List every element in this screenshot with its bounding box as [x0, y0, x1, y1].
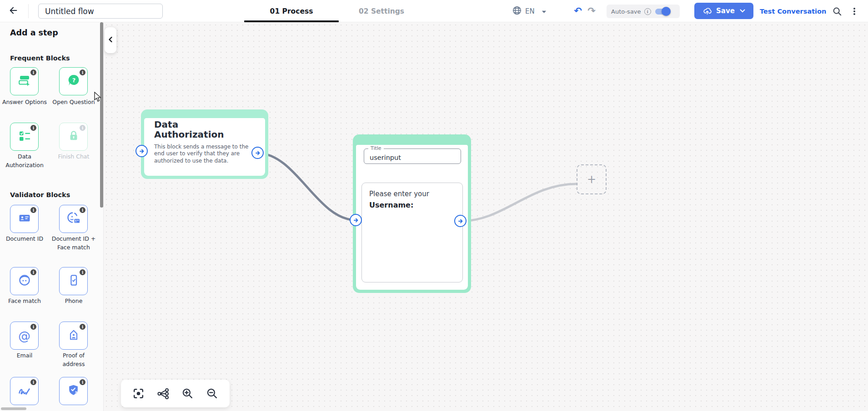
- tab-process-label: 01 Process: [270, 7, 313, 15]
- block-label: Document ID: [2, 235, 47, 243]
- message-textarea[interactable]: Please enter your Username:: [361, 183, 463, 282]
- flow-edges: [104, 22, 868, 411]
- info-badge[interactable]: i: [80, 207, 85, 213]
- port-da-input[interactable]: [135, 145, 148, 157]
- autosave-label: Auto-save: [611, 8, 641, 15]
- block-answer-options[interactable]: i: [10, 67, 39, 95]
- answer-options-icon: [18, 74, 31, 89]
- tab-process[interactable]: 01 Process: [244, 0, 339, 22]
- block-phone[interactable]: i: [59, 267, 88, 295]
- edge-light: [461, 184, 577, 221]
- info-icon[interactable]: i: [644, 8, 651, 15]
- info-badge[interactable]: i: [30, 207, 36, 213]
- toggle-knob: [662, 7, 671, 16]
- flow-builder-app: 01 Process 02 Settings EN ↶ ↷ Auto-save …: [0, 0, 868, 411]
- face-match-icon: [18, 273, 31, 289]
- minimap-icon[interactable]: [156, 386, 171, 401]
- info-badge[interactable]: i: [80, 69, 85, 75]
- add-step-placeholder[interactable]: +: [577, 164, 607, 194]
- block-face-match[interactable]: i: [10, 267, 39, 295]
- plus-icon: +: [587, 173, 596, 186]
- sidebar-vertical-scrollbar[interactable]: [100, 22, 103, 208]
- globe-icon: [512, 5, 522, 17]
- search-icon[interactable]: [831, 5, 843, 17]
- block-document-id[interactable]: i: [10, 205, 39, 233]
- sidebar-title: Add a step: [10, 28, 58, 37]
- tab-settings-label: 02 Settings: [359, 7, 404, 15]
- arrow-right-icon: [139, 148, 145, 154]
- proof-of-address-icon: [67, 328, 80, 343]
- zoom-in-icon[interactable]: [180, 386, 195, 401]
- active-tab-underline: [244, 20, 339, 22]
- block-label: Document ID + Face match: [51, 235, 96, 252]
- node-title: Data Authorization: [154, 119, 234, 140]
- node-description: This block sends a message to the end us…: [154, 144, 253, 165]
- autosave-toggle[interactable]: [654, 7, 670, 16]
- shield-check-icon: [67, 384, 80, 398]
- topbar-divider: [28, 4, 29, 18]
- canvas-toolbar: [121, 380, 230, 407]
- block-label: Proof of address: [51, 352, 96, 368]
- center-view-icon[interactable]: [131, 386, 146, 401]
- data-authorization-icon: [18, 129, 31, 144]
- block-label: Phone: [51, 297, 96, 306]
- document-id-icon: [18, 211, 31, 227]
- flow-canvas[interactable]: Data Authorization This block sends a me…: [104, 22, 868, 411]
- block-label: Email: [2, 352, 47, 360]
- back-button[interactable]: [7, 5, 20, 18]
- zoom-out-icon[interactable]: [205, 386, 219, 401]
- test-conversation-link[interactable]: Test Conversation: [760, 0, 826, 22]
- info-badge[interactable]: i: [80, 324, 85, 330]
- node-data-authorization[interactable]: Data Authorization This block sends a me…: [141, 109, 268, 179]
- kebab-menu-icon[interactable]: [848, 5, 860, 17]
- title-field-wrap: Title: [364, 149, 461, 164]
- info-badge[interactable]: i: [30, 125, 36, 131]
- info-badge[interactable]: i: [30, 324, 36, 330]
- language-selector[interactable]: EN: [512, 0, 547, 22]
- block-proof-of-address[interactable]: i: [59, 322, 88, 350]
- port-question-input[interactable]: [350, 214, 362, 226]
- save-button[interactable]: Save: [694, 3, 753, 19]
- node-body: Data Authorization This block sends a me…: [144, 118, 265, 176]
- node-question[interactable]: Title Please enter your Username:: [353, 134, 471, 293]
- block-open-question[interactable]: i ?: [59, 67, 88, 95]
- redo-icon[interactable]: ↷: [586, 5, 597, 17]
- info-badge[interactable]: i: [30, 379, 36, 385]
- info-badge[interactable]: i: [80, 269, 85, 275]
- block-verification[interactable]: i: [59, 377, 88, 405]
- flow-name-input[interactable]: [38, 4, 163, 19]
- block-signature[interactable]: i: [10, 377, 39, 405]
- finish-chat-lock-icon: [67, 129, 80, 144]
- cloud-upload-icon: [702, 6, 712, 16]
- email-at-icon: @: [18, 330, 30, 342]
- message-line2: Username:: [369, 201, 455, 209]
- sidebar-horizontal-scrollbar[interactable]: [1, 407, 26, 410]
- undo-icon[interactable]: ↶: [572, 5, 584, 17]
- chevron-down-icon: [542, 7, 547, 15]
- info-badge[interactable]: i: [80, 379, 85, 385]
- block-label: Face match: [2, 297, 47, 306]
- block-document-id-face-match[interactable]: i: [59, 205, 88, 233]
- edge-dark: [258, 153, 356, 220]
- svg-text:?: ?: [72, 77, 75, 84]
- chevron-left-icon: [108, 36, 113, 45]
- top-bar: 01 Process 02 Settings EN ↶ ↷ Auto-save …: [0, 0, 868, 22]
- port-question-output[interactable]: [454, 215, 467, 227]
- node-body: Title Please enter your Username:: [356, 145, 468, 290]
- language-label: EN: [525, 7, 535, 15]
- info-badge[interactable]: i: [30, 69, 36, 75]
- message-line1: Please enter your: [369, 190, 455, 198]
- autosave-group: Auto-save i: [607, 5, 680, 18]
- block-label: Data Authorization: [2, 153, 47, 169]
- sidebar-collapse-button[interactable]: [105, 27, 116, 53]
- tab-settings[interactable]: 02 Settings: [349, 0, 414, 22]
- port-da-output[interactable]: [251, 147, 264, 159]
- block-email[interactable]: i @: [10, 322, 39, 350]
- block-data-authorization[interactable]: i: [10, 123, 39, 151]
- info-badge[interactable]: i: [30, 269, 36, 275]
- block-label: Open Question: [51, 98, 96, 107]
- save-label: Save: [716, 7, 735, 15]
- title-field-label: Title: [368, 145, 384, 151]
- arrow-right-icon: [457, 218, 464, 224]
- phone-icon: [67, 274, 80, 288]
